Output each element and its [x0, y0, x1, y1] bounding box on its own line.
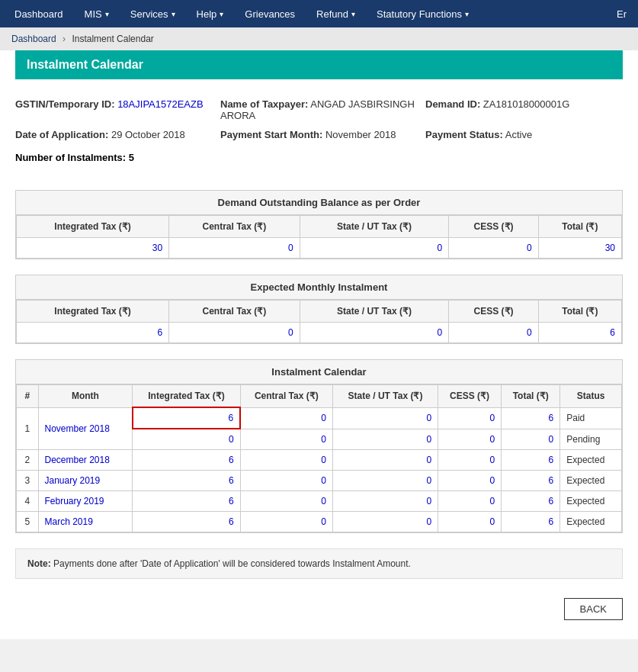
row3-num: 3 — [17, 471, 39, 491]
row4-status: Expected — [560, 491, 622, 512]
row5-central: 0 — [240, 512, 332, 532]
row3-cess: 0 — [438, 471, 502, 491]
nav-mis[interactable]: MIS ▾ — [74, 0, 120, 27]
row2-total: 6 — [502, 450, 560, 471]
row2-month: December 2018 — [38, 450, 133, 471]
num-instalments-value: 5 — [129, 152, 134, 163]
instalment-table-header-row: # Month Integrated Tax (₹) Central Tax (… — [17, 385, 622, 408]
table-row: 3 January 2019 6 0 0 0 6 Expected — [17, 471, 622, 491]
row4-state: 0 — [332, 491, 438, 512]
instalment-col-month: Month — [38, 385, 133, 408]
demand-table: Integrated Tax (₹) Central Tax (₹) State… — [16, 215, 622, 259]
back-btn-container: BACK — [15, 594, 623, 624]
row1-month: November 2018 — [38, 407, 133, 450]
row5-total: 6 — [502, 512, 560, 532]
row2-status: Expected — [560, 450, 622, 471]
instalment-col-cess: CESS (₹) — [438, 385, 502, 408]
page-content: Instalment Calendar GSTIN/Temporary ID: … — [0, 50, 638, 639]
row4-total: 6 — [502, 491, 560, 512]
row3-total: 6 — [502, 471, 560, 491]
gstin-item: GSTIN/Temporary ID: 18AJIPA1572EAZB — [15, 98, 213, 121]
expected-col-cess: CESS (₹) — [449, 301, 539, 323]
gstin-label: GSTIN/Temporary ID: — [15, 98, 115, 110]
demand-col-cess: CESS (₹) — [449, 216, 539, 238]
info-section: GSTIN/Temporary ID: 18AJIPA1572EAZB Name… — [15, 95, 623, 182]
row1-total-paid: 6 — [502, 407, 560, 429]
nav-dashboard[interactable]: Dashboard — [4, 0, 74, 27]
nav-help-arrow: ▾ — [220, 10, 223, 18]
row1-cess-paid: 0 — [438, 407, 502, 429]
nav-help-label: Help — [197, 8, 217, 20]
breadcrumb-sep: › — [63, 34, 66, 44]
nav-grievances-label: Grievances — [245, 8, 295, 20]
payment-start-value: November 2018 — [325, 129, 396, 140]
demand-col-state: State / UT Tax (₹) — [300, 216, 449, 238]
demand-col-integrated: Integrated Tax (₹) — [17, 216, 169, 238]
gstin-value: 18AJIPA1572EAZB — [117, 98, 204, 110]
nav-help[interactable]: Help ▾ — [186, 0, 235, 27]
expected-state-value: 0 — [300, 323, 449, 343]
row1-state-paid: 0 — [332, 407, 438, 429]
row4-num: 4 — [17, 491, 39, 512]
nav-statutory-functions-label: Statutory Functions — [377, 8, 462, 20]
breadcrumb-current: Instalment Calendar — [72, 34, 153, 44]
nav-grievances[interactable]: Grievances — [234, 0, 306, 27]
expected-table-container: Expected Monthly Instalment Integrated T… — [15, 275, 623, 344]
row1-state-pending: 0 — [332, 429, 438, 450]
demand-central-value: 0 — [169, 238, 300, 259]
demand-label: Demand ID: — [425, 98, 480, 110]
row2-central: 0 — [240, 450, 332, 471]
date-label: Date of Application: — [15, 129, 108, 140]
row3-integrated: 6 — [133, 471, 240, 491]
nav-dashboard-label: Dashboard — [14, 8, 63, 20]
instalment-table-container: Instalment Calendar # Month Integrated T… — [15, 359, 623, 533]
nav-refund-label: Refund — [316, 8, 348, 20]
breadcrumb-home[interactable]: Dashboard — [11, 34, 56, 44]
note-label: Note: — [27, 558, 51, 569]
table-row: 1 November 2018 6 0 0 0 6 Paid — [17, 407, 622, 429]
payment-start-item: Payment Start Month: November 2018 — [220, 129, 418, 140]
row2-state: 0 — [332, 450, 438, 471]
nav-refund-arrow: ▾ — [351, 10, 355, 18]
row4-month: February 2019 — [38, 491, 133, 512]
nav-services-arrow: ▾ — [172, 10, 175, 18]
num-instalments-label: Number of Instalments: — [15, 152, 126, 163]
payment-status-label: Payment Status: — [425, 129, 503, 140]
row1-status-pending: Pending — [560, 429, 622, 450]
nav-services[interactable]: Services ▾ — [120, 0, 186, 27]
row2-num: 2 — [17, 450, 39, 471]
note-text: Payments done after 'Date of Application… — [53, 558, 411, 569]
row4-integrated: 6 — [133, 491, 240, 512]
nav-services-label: Services — [130, 8, 168, 20]
date-value: 29 October 2018 — [111, 129, 185, 140]
row1-central-pending: 0 — [240, 429, 332, 450]
expected-table-header-row: Integrated Tax (₹) Central Tax (₹) State… — [17, 301, 622, 323]
instalment-col-num: # — [17, 385, 39, 408]
nav-statutory-functions[interactable]: Statutory Functions ▾ — [366, 0, 479, 27]
row3-central: 0 — [240, 471, 332, 491]
demand-integrated-value: 30 — [17, 238, 169, 259]
row2-month-link[interactable]: December 2018 — [45, 455, 110, 465]
nav-statutory-functions-arrow: ▾ — [465, 10, 469, 18]
demand-col-central: Central Tax (₹) — [169, 216, 300, 238]
instalment-col-state: State / UT Tax (₹) — [332, 385, 438, 408]
payment-status-value: Active — [505, 129, 532, 140]
instalment-col-status: Status — [560, 385, 622, 408]
row3-month-link[interactable]: January 2019 — [45, 475, 101, 486]
nav-refund[interactable]: Refund ▾ — [306, 0, 366, 27]
row1-total-pending: 0 — [502, 429, 560, 450]
row1-integrated-paid: 6 — [133, 407, 240, 429]
breadcrumb-bar: Dashboard › Instalment Calendar — [0, 27, 638, 50]
demand-total-value: 30 — [538, 238, 621, 259]
expected-cess-value: 0 — [449, 323, 539, 343]
row4-cess: 0 — [438, 491, 502, 512]
instalment-table: # Month Integrated Tax (₹) Central Tax (… — [16, 384, 622, 532]
row3-month: January 2019 — [38, 471, 133, 491]
row5-month-link[interactable]: March 2019 — [45, 516, 93, 527]
row1-month-link[interactable]: November 2018 — [45, 423, 110, 434]
row4-month-link[interactable]: February 2019 — [45, 496, 104, 506]
demand-table-title: Demand Outstanding Balance as per Order — [16, 191, 622, 215]
payment-status-item: Payment Status: Active — [425, 129, 623, 140]
back-button[interactable]: BACK — [564, 598, 623, 620]
row1-integrated-pending: 0 — [133, 429, 240, 450]
